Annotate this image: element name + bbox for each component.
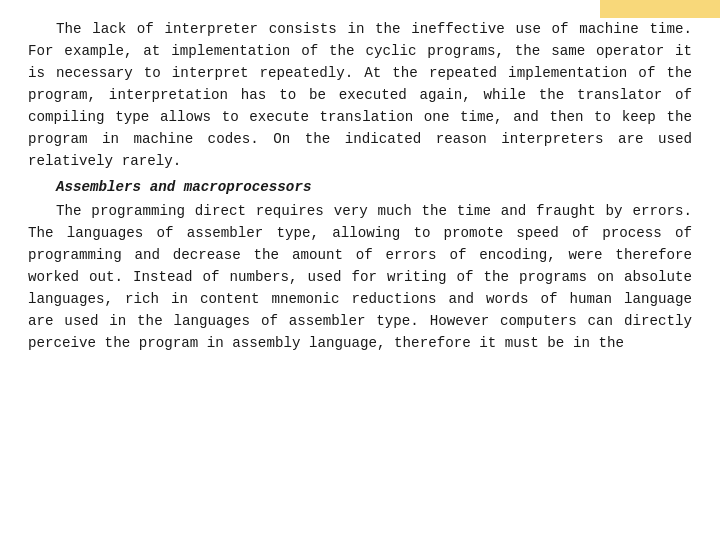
section-heading: Assemblers and macroprocessors (28, 176, 692, 198)
page-container: The lack of interpreter consists in the … (0, 0, 720, 540)
paragraph-1: The lack of interpreter consists in the … (28, 18, 692, 172)
paragraph-2: The programming direct requires very muc… (28, 200, 692, 354)
highlight-bar (600, 0, 720, 18)
text-block: The lack of interpreter consists in the … (28, 18, 692, 354)
